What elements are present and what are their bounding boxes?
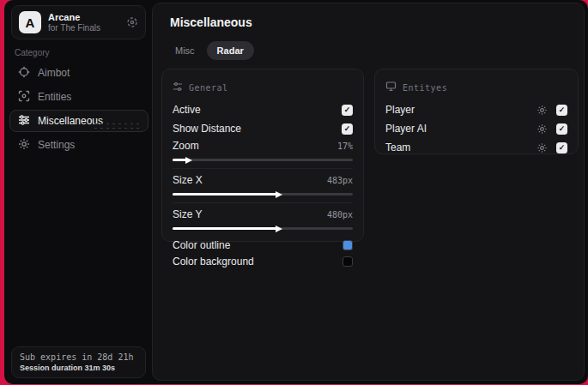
player-ai-checkbox[interactable] [556, 123, 567, 135]
sidebar-item-label: Aimbot [38, 67, 70, 79]
color-outline-swatch[interactable] [342, 240, 353, 250]
zoom-value: 17% [337, 141, 353, 151]
sidebar-item-miscellaneous[interactable]: Miscellaneous [9, 110, 149, 132]
category-label: Category [15, 48, 50, 57]
monitor-icon [385, 80, 397, 95]
toggle-row-active: Active [173, 100, 353, 119]
sidebar-item-label: Settings [38, 139, 75, 151]
team-gear-icon[interactable] [536, 142, 548, 153]
slider-row-zoom: Zoom 17% [173, 138, 353, 153]
sidebar-item-entities[interactable]: Entities [9, 86, 149, 108]
divider [173, 168, 353, 169]
app-window: A Arcane for The Finals Category Aimbot [4, 0, 588, 384]
size-y-value: 480px [327, 210, 353, 220]
entity-row-team: Team [385, 138, 567, 157]
subscription-card: Sub expires in 28d 21h Session duration … [11, 346, 146, 378]
app-subtitle: for The Finals [48, 23, 119, 33]
loader-icon[interactable] [126, 16, 138, 28]
divider [173, 202, 353, 203]
sidebar: A Arcane for The Finals Category Aimbot [4, 0, 152, 384]
dots-texture [93, 122, 141, 129]
color-background-swatch[interactable] [342, 256, 353, 267]
gear-icon [18, 138, 30, 153]
sidebar-nav: Aimbot Entities Miscella [9, 62, 149, 156]
sidebar-item-label: Entities [38, 91, 71, 103]
sliders-icon [18, 114, 30, 129]
sidebar-item-aimbot[interactable]: Aimbot [9, 62, 149, 84]
page-title: Miscellaneous [170, 15, 252, 29]
color-row-outline: Color outline [173, 237, 353, 253]
player-ai-gear-icon[interactable] [536, 123, 548, 135]
app-logo: A [19, 11, 41, 33]
entity-row-player: Player [385, 100, 567, 119]
size-x-value: 483px [327, 176, 353, 185]
entity-row-player-ai: Player AI [385, 119, 567, 138]
size-y-slider[interactable] [173, 227, 353, 230]
scan-icon [18, 90, 30, 105]
player-gear-icon[interactable] [536, 105, 548, 116]
entities-panel: Entityes Player Player AI [374, 69, 579, 154]
panel-title-general: General [189, 83, 228, 93]
crosshair-icon [18, 66, 30, 81]
toggle-row-show-distance: Show Distance [173, 119, 353, 138]
slider-row-size-x: Size X 483px [173, 172, 353, 188]
tab-bar: Misc Radar [165, 41, 254, 60]
color-row-background: Color background [173, 253, 353, 269]
settings-sliders-icon [173, 80, 183, 95]
panel-title-entities: Entityes [403, 83, 447, 93]
show-distance-checkbox[interactable] [342, 123, 353, 135]
slider-thumb[interactable] [276, 226, 282, 232]
active-checkbox[interactable] [342, 105, 353, 116]
player-checkbox[interactable] [556, 105, 567, 116]
size-x-slider[interactable] [173, 193, 353, 196]
session-duration-text: Session duration 31m 30s [20, 364, 137, 372]
zoom-slider[interactable] [173, 159, 353, 161]
slider-thumb[interactable] [276, 191, 282, 198]
sub-expires-text: Sub expires in 28d 21h [20, 352, 137, 362]
slider-thumb[interactable] [185, 157, 192, 164]
sidebar-item-settings[interactable]: Settings [9, 134, 149, 156]
app-card: A Arcane for The Finals [11, 5, 146, 39]
app-name: Arcane [48, 12, 119, 23]
main-panel: Miscellaneous Misc Radar General Active … [152, 3, 585, 381]
slider-row-size-y: Size Y 480px [173, 207, 353, 222]
tab-misc[interactable]: Misc [165, 41, 205, 60]
tab-radar[interactable]: Radar [207, 41, 254, 60]
general-panel: General Active Show Distance Zoom 17% Si… [161, 69, 364, 242]
team-checkbox[interactable] [556, 142, 567, 153]
